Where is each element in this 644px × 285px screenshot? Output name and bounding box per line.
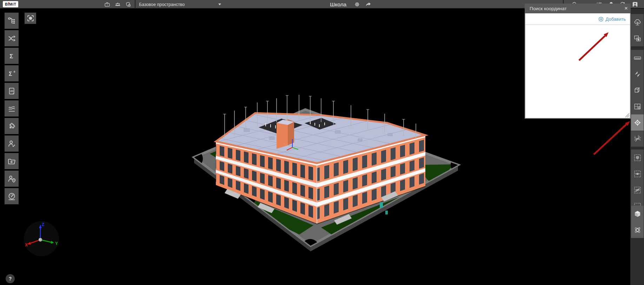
plus-circle-icon — [598, 16, 604, 22]
help-button[interactable]: ? — [6, 274, 15, 283]
orbit-icon — [633, 226, 642, 234]
section-box-icon — [633, 86, 642, 94]
floor-plan-icon — [633, 102, 642, 111]
right-toolbar: 1 2 — [630, 9, 644, 285]
svg-text:2D: 2D — [10, 90, 13, 93]
tool-plugins[interactable] — [5, 118, 19, 134]
shield-clock-icon — [125, 1, 132, 8]
structure-tree-icon — [7, 16, 16, 26]
tool-user-approve[interactable] — [5, 135, 19, 152]
fit-to-view-button[interactable] — [25, 13, 36, 24]
chevron-down-icon[interactable] — [218, 4, 221, 5]
tool-show-object[interactable] — [631, 166, 644, 182]
tool-compare-shuffle[interactable] — [5, 30, 19, 46]
chart-lines-icon — [7, 104, 16, 113]
close-button[interactable]: × — [624, 4, 628, 13]
tool-ruler[interactable] — [631, 50, 644, 66]
puzzle-icon — [7, 121, 16, 131]
right-toolbar-group-3 — [631, 150, 644, 214]
park-tree-icon — [633, 18, 642, 26]
workspace-label: Базовое пространство — [139, 2, 185, 7]
axis-z-label: Z — [42, 222, 44, 227]
axes-icon: 1 2 — [633, 135, 642, 143]
eye-icon — [633, 170, 642, 178]
svg-text:2: 2 — [638, 135, 639, 137]
tool-orbit-view[interactable] — [631, 222, 644, 238]
panel-title: Поиск координат — [525, 6, 567, 11]
panel-resize-handle[interactable] — [624, 112, 630, 118]
solid-cube-icon — [633, 210, 642, 218]
tool-sum-add[interactable]: Σ + — [5, 65, 19, 81]
tool-hide-object[interactable] — [631, 182, 644, 198]
focus-icon — [26, 14, 35, 22]
tool-environment[interactable] — [631, 14, 644, 30]
tool-axes-dimensions[interactable]: 1 2 — [631, 131, 644, 147]
ruler-icon — [633, 54, 642, 62]
axis-gizmo[interactable]: Z X Y — [24, 221, 60, 258]
tool-floor-plan[interactable] — [631, 98, 644, 114]
team-button[interactable] — [113, 0, 122, 9]
right-toolbar-group-1 — [631, 14, 644, 46]
flash-icon — [633, 70, 642, 78]
protection-button[interactable] — [124, 0, 133, 9]
tool-sheet-2d[interactable]: 2D — [5, 83, 19, 99]
locate-icon — [633, 119, 642, 127]
add-coordinate-button[interactable]: Добавить — [598, 16, 626, 22]
panel-header[interactable]: Поиск координат × — [525, 4, 631, 13]
logo-text: BiMiT — [5, 2, 16, 6]
coordinate-search-panel: Поиск координат × Добавить — [525, 13, 631, 119]
tool-clash-flash[interactable] — [631, 66, 644, 82]
tool-user-location[interactable] — [5, 171, 19, 187]
svg-text:1: 1 — [635, 135, 636, 137]
gauge-icon — [7, 192, 16, 201]
svg-text:+: + — [13, 69, 15, 73]
panel-add-row: Добавить — [525, 13, 630, 25]
right-toolbar-group-2: 1 2 — [631, 50, 644, 147]
tool-coordinate-search[interactable] — [631, 114, 644, 131]
svg-text:Σ: Σ — [9, 71, 12, 77]
eye-slash-icon — [633, 186, 642, 194]
team-icon — [114, 1, 121, 8]
dashed-cube-icon — [633, 154, 642, 162]
axis-y-label: Y — [55, 241, 58, 246]
share-button[interactable] — [364, 0, 373, 9]
tool-section-box[interactable] — [631, 82, 644, 98]
tool-charts[interactable] — [5, 100, 19, 117]
sigma-icon: Σ — [7, 51, 16, 61]
tool-shaded-view[interactable] — [631, 206, 644, 222]
briefcase-icon — [104, 1, 111, 8]
bimit-logo: BiMiT — [3, 1, 18, 7]
tool-model-structure-tree[interactable] — [5, 13, 19, 29]
svg-text:Σ: Σ — [9, 53, 13, 59]
share-icon — [365, 1, 372, 8]
user-check-icon — [7, 139, 16, 148]
folder-import-icon — [7, 157, 16, 166]
tool-folder-import[interactable] — [5, 153, 19, 169]
frames-icon — [633, 34, 642, 42]
right-toolbar-group-4 — [631, 206, 644, 238]
workspace-selector[interactable]: Базовое пространство — [139, 0, 185, 9]
axis-x-label: X — [25, 243, 28, 247]
user-icon — [632, 1, 638, 8]
user-pin-icon — [7, 174, 16, 184]
logo-red-dot — [8, 2, 9, 4]
tool-isolate-object[interactable] — [631, 150, 644, 166]
tool-selection-frames[interactable] — [631, 30, 644, 46]
sheet-2d-icon: 2D — [7, 86, 16, 96]
shuffle-icon — [7, 34, 16, 43]
topbar-divider — [135, 0, 135, 9]
project-title: Школа — [330, 0, 346, 9]
tool-dashboard[interactable] — [5, 188, 19, 204]
account-button[interactable] — [630, 0, 639, 9]
sigma-plus-icon: Σ + — [7, 69, 16, 78]
settings-button[interactable] — [352, 0, 361, 9]
projects-button[interactable] — [102, 0, 112, 9]
gear-icon — [354, 1, 360, 8]
add-label: Добавить — [606, 16, 626, 22]
bimit-app: BiMiT Базовое пространство Школа 10 Σ Σ — [0, 0, 644, 285]
tool-sum-totals[interactable]: Σ — [5, 48, 19, 64]
panel-content-empty — [525, 25, 630, 107]
